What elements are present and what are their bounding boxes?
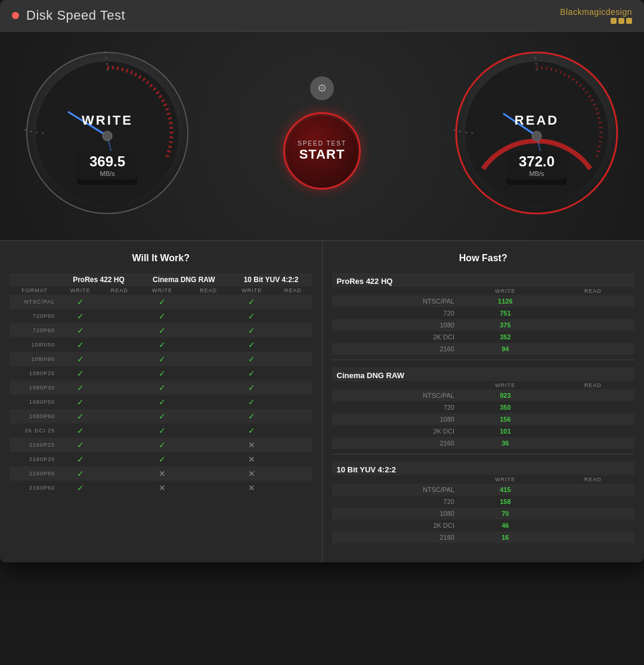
write-val: 46 bbox=[459, 519, 552, 531]
check-icon: ✓ bbox=[77, 297, 84, 307]
read-val bbox=[552, 519, 634, 531]
fast-table-0: ProRes 422 HQWRITEREADNTSC/PAL1126720751… bbox=[332, 273, 635, 355]
read-val bbox=[552, 343, 634, 355]
check-cell bbox=[274, 381, 312, 395]
start-label: START bbox=[299, 147, 345, 162]
codec-header-3: 10 Bit YUV 4:2:2 bbox=[230, 273, 312, 286]
check-cell bbox=[187, 395, 230, 409]
format-name: 2160 bbox=[332, 531, 459, 543]
check-icon: ✓ bbox=[159, 426, 166, 435]
check-cell: ✓ bbox=[60, 466, 101, 481]
close-button[interactable] bbox=[12, 12, 19, 19]
center-controls: ⚙ SPEED TEST START bbox=[283, 76, 361, 190]
format-cell: 720p60 bbox=[10, 323, 60, 338]
check-icon: ✓ bbox=[77, 426, 84, 435]
will-it-title: Will It Work? bbox=[10, 253, 312, 264]
write-val: 36 bbox=[459, 437, 552, 449]
check-cell bbox=[274, 395, 312, 409]
start-subtitle: SPEED TEST bbox=[298, 140, 346, 147]
format-name: 720 bbox=[332, 401, 459, 413]
write-val: 156 bbox=[459, 413, 552, 425]
how-fast-section: How Fast? ProRes 422 HQWRITEREADNTSC/PAL… bbox=[323, 241, 645, 562]
check-cell: ✓ bbox=[60, 481, 101, 495]
check-cell bbox=[274, 295, 312, 309]
check-cell: ✓ bbox=[60, 423, 101, 438]
svg-point-10 bbox=[532, 131, 541, 141]
check-cell: ✓ bbox=[230, 366, 274, 381]
table-row: 2160p60✓✕✕ bbox=[10, 481, 312, 495]
check-cell bbox=[101, 409, 138, 423]
check-cell bbox=[101, 423, 138, 438]
read-unit: MB/s bbox=[515, 170, 558, 177]
brand-name: Blackmagicdesign bbox=[560, 7, 632, 17]
check-cell bbox=[274, 481, 312, 495]
check-cell bbox=[274, 452, 312, 466]
format-name: 2K DCI bbox=[332, 331, 459, 343]
check-cell bbox=[187, 481, 230, 495]
brand-dots bbox=[611, 18, 632, 24]
check-icon: ✓ bbox=[248, 340, 255, 349]
check-cell: ✓ bbox=[230, 352, 274, 366]
check-cell bbox=[101, 452, 138, 466]
read-val bbox=[552, 496, 634, 508]
check-icon: ✓ bbox=[77, 340, 84, 349]
fast-codec-header: ProRes 422 HQ bbox=[332, 273, 635, 287]
check-cell: ✓ bbox=[138, 395, 187, 409]
check-cell bbox=[101, 352, 138, 366]
check-icon: ✓ bbox=[248, 397, 255, 407]
write-val: 16 bbox=[459, 531, 552, 543]
check-cell bbox=[101, 309, 138, 323]
check-icon: ✓ bbox=[77, 454, 84, 464]
check-cell: ✓ bbox=[60, 366, 101, 381]
start-button[interactable]: SPEED TEST START bbox=[283, 112, 361, 190]
how-fast-content: ProRes 422 HQWRITEREADNTSC/PAL1126720751… bbox=[332, 273, 635, 543]
format-name: 2160 bbox=[332, 437, 459, 449]
table-row: 720158 bbox=[332, 496, 635, 508]
fast-codec-header: Cinema DNG RAW bbox=[332, 367, 635, 381]
check-cell bbox=[101, 395, 138, 409]
check-icon: ✓ bbox=[248, 426, 255, 435]
check-icon: ✓ bbox=[159, 440, 166, 450]
check-cell: ✓ bbox=[60, 338, 101, 352]
sub-h-1: WRITE bbox=[60, 286, 101, 295]
table-row: 1080p60✓✓✓ bbox=[10, 409, 312, 423]
check-icon: ✓ bbox=[248, 354, 255, 364]
table-row: 1080i60✓✓✓ bbox=[10, 352, 312, 366]
check-cell: ✓ bbox=[138, 452, 187, 466]
check-cell: ✓ bbox=[60, 395, 101, 409]
table-row: 2K DCI 25✓✓✓ bbox=[10, 423, 312, 438]
sub-h-4: READ bbox=[187, 286, 230, 295]
format-name: 2K DCI bbox=[332, 425, 459, 437]
write-val: 352 bbox=[459, 331, 552, 343]
format-name: 1080 bbox=[332, 508, 459, 519]
read-val bbox=[552, 401, 634, 413]
read-gauge: READ 372.0 MB/s bbox=[453, 50, 620, 216]
fast-codec-header: 10 Bit YUV 4:2:2 bbox=[332, 462, 635, 475]
sub-h-6: READ bbox=[274, 286, 312, 295]
cross-icon: ✕ bbox=[159, 469, 166, 478]
check-icon: ✓ bbox=[77, 469, 84, 478]
format-name: 1080 bbox=[332, 413, 459, 425]
fast-section-0: ProRes 422 HQWRITEREADNTSC/PAL1126720751… bbox=[332, 273, 635, 360]
check-cell bbox=[274, 323, 312, 338]
cross-icon: ✕ bbox=[159, 483, 166, 493]
format-name: NTSC/PAL bbox=[332, 484, 459, 496]
codec-header-1: ProRes 422 HQ bbox=[60, 273, 138, 286]
col-header-cell bbox=[332, 287, 459, 295]
check-cell bbox=[101, 366, 138, 381]
check-cell bbox=[274, 423, 312, 438]
app-title: Disk Speed Test bbox=[26, 8, 125, 23]
table-row: 2K DCI101 bbox=[332, 425, 635, 437]
check-cell: ✓ bbox=[60, 381, 101, 395]
read-val bbox=[552, 389, 634, 401]
settings-button[interactable]: ⚙ bbox=[310, 76, 334, 100]
table-row: 1080p50✓✓✓ bbox=[10, 395, 312, 409]
check-icon: ✓ bbox=[159, 326, 166, 335]
table-row: NTSC/PAL415 bbox=[332, 484, 635, 496]
write-val: 158 bbox=[459, 496, 552, 508]
read-val bbox=[552, 295, 634, 307]
table-row: 216094 bbox=[332, 343, 635, 355]
section-divider bbox=[332, 454, 635, 454]
format-name: 1080 bbox=[332, 319, 459, 331]
format-name: 720 bbox=[332, 496, 459, 508]
